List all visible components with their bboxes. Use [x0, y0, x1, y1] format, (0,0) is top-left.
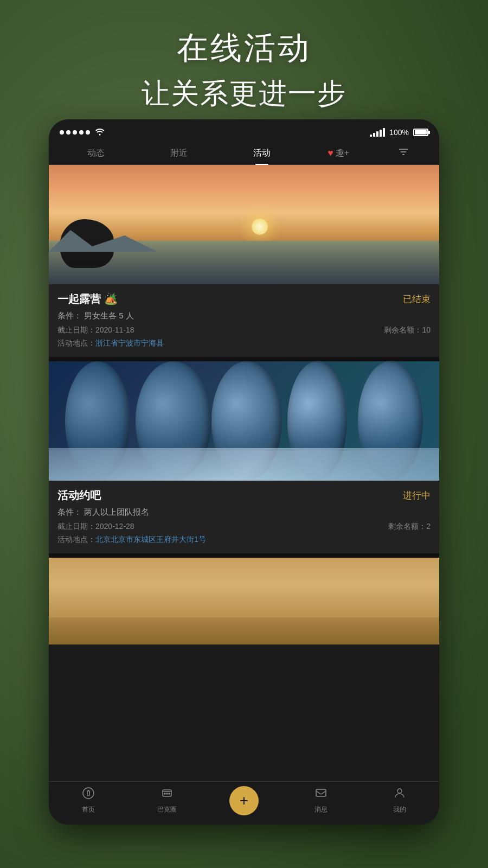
party-location-link[interactable]: 北京北京市东城区王府井大街1号	[95, 535, 206, 544]
party-condition: 条件： 两人以上团队报名	[57, 507, 431, 518]
svg-rect-10	[316, 789, 326, 796]
camping-deadline: 截止日期：2020-11-18	[57, 326, 134, 335]
camping-image	[49, 165, 439, 284]
dot-2	[66, 130, 70, 135]
filter-icon[interactable]	[397, 146, 409, 161]
camping-title-row: 一起露营 🏕️ 已结束	[57, 292, 431, 307]
signal-dots	[60, 130, 90, 135]
svg-point-11	[397, 789, 402, 793]
party-title: 活动约吧	[57, 488, 101, 503]
messages-icon	[314, 787, 328, 803]
hero-title-1: 在线活动	[0, 27, 488, 69]
svg-point-7	[164, 793, 165, 794]
party-info: 活动约吧 进行中 条件： 两人以上团队报名 截止日期：2020-12-28 剩余…	[49, 481, 439, 553]
beach-water	[49, 617, 439, 644]
party-image	[49, 361, 439, 481]
camping-remaining: 剩余名额：10	[384, 326, 431, 335]
battery-fill	[415, 130, 427, 135]
bake-icon	[160, 787, 174, 803]
activity-card-beach[interactable]	[49, 558, 439, 644]
party-title-row: 活动约吧 进行中	[57, 488, 431, 503]
mine-icon	[393, 787, 406, 803]
nav-home-label: 首页	[82, 805, 95, 814]
party-status: 进行中	[403, 489, 431, 502]
tint-overlay	[49, 361, 439, 481]
signal-bars	[370, 128, 385, 137]
phone-mockup: 100% 动态 附近 活动 ♥ 趣+	[49, 119, 439, 825]
image-gradient	[49, 165, 439, 284]
nav-messages[interactable]: 消息	[305, 787, 337, 814]
party-deadline: 截止日期：2020-12-28	[57, 522, 134, 532]
tab-qu[interactable]: ♥ 趣+	[328, 148, 349, 159]
bar-4	[380, 130, 382, 137]
dot-5	[86, 130, 90, 135]
hero-title-2: 让关系更进一步	[0, 75, 488, 113]
activity-card-camping[interactable]: 一起露营 🏕️ 已结束 条件： 男女生各 5 人 截止日期：2020-11-18…	[49, 165, 439, 357]
camping-location-link[interactable]: 浙江省宁波市宁海县	[95, 339, 164, 347]
svg-point-8	[166, 793, 168, 794]
dot-4	[79, 130, 84, 135]
dot-1	[60, 130, 64, 135]
nav-mine[interactable]: 我的	[383, 787, 416, 814]
bar-2	[373, 133, 375, 137]
battery-icon	[413, 129, 428, 136]
status-left	[60, 127, 105, 138]
nav-home[interactable]: 首页	[72, 787, 105, 814]
camping-status: 已结束	[403, 293, 431, 305]
party-meta: 截止日期：2020-12-28 剩余名额：2	[57, 522, 431, 532]
camping-info: 一起露营 🏕️ 已结束 条件： 男女生各 5 人 截止日期：2020-11-18…	[49, 284, 439, 357]
status-right: 100%	[370, 128, 428, 137]
nav-add-button[interactable]: +	[229, 786, 259, 815]
wifi-icon	[94, 127, 105, 138]
nav-bake[interactable]: 巴克圈	[151, 787, 183, 814]
nav-mine-label: 我的	[393, 805, 406, 814]
bar-3	[376, 131, 378, 137]
party-location: 活动地点：北京北京市东城区王府井大街1号	[57, 535, 431, 545]
battery-percent: 100%	[389, 128, 409, 137]
tab-fujin[interactable]: 附近	[162, 145, 196, 161]
card-divider-2	[49, 553, 439, 558]
camping-title: 一起露营 🏕️	[57, 292, 118, 307]
beach-image	[49, 558, 439, 644]
dot-3	[73, 130, 77, 135]
card-divider-1	[49, 357, 439, 361]
camping-location: 活动地点：浙江省宁波市宁海县	[57, 339, 431, 348]
bottom-nav: 首页 巴克圈 +	[49, 781, 439, 825]
svg-marker-4	[87, 791, 89, 795]
hero-section: 在线活动 让关系更进一步	[0, 0, 488, 113]
camping-meta: 截止日期：2020-11-18 剩余名额：10	[57, 326, 431, 335]
activity-card-party[interactable]: 活动约吧 进行中 条件： 两人以上团队报名 截止日期：2020-12-28 剩余…	[49, 361, 439, 553]
tab-bar: 动态 附近 活动 ♥ 趣+	[49, 142, 439, 165]
heart-icon: ♥	[328, 148, 333, 159]
home-icon	[82, 787, 95, 803]
tab-dongtai[interactable]: 动态	[79, 145, 113, 161]
status-bar: 100%	[49, 119, 439, 142]
nav-bake-label: 巴克圈	[157, 805, 177, 814]
nav-messages-label: 消息	[314, 805, 328, 814]
add-icon: +	[240, 793, 248, 808]
svg-point-9	[169, 793, 170, 794]
party-remaining: 剩余名额：2	[388, 522, 431, 532]
activity-list: 一起露营 🏕️ 已结束 条件： 男女生各 5 人 截止日期：2020-11-18…	[49, 165, 439, 762]
camping-condition: 条件： 男女生各 5 人	[57, 311, 431, 321]
bar-5	[383, 128, 385, 137]
tab-huodong[interactable]: 活动	[245, 145, 279, 161]
svg-point-3	[83, 788, 94, 799]
bar-1	[370, 135, 372, 137]
